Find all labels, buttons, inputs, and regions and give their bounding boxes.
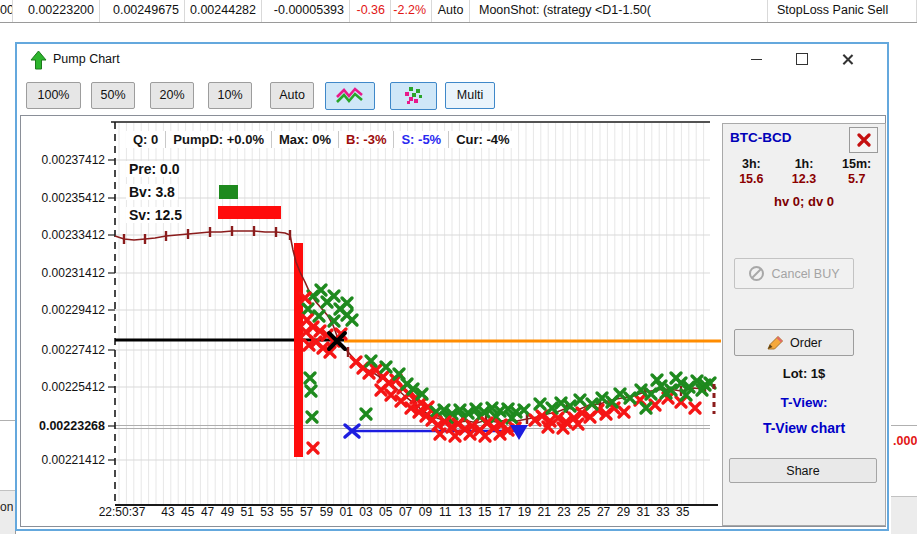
status-segment: S: -5% — [393, 131, 448, 148]
table-cell: Auto — [432, 0, 470, 22]
line-chart-toggle-button[interactable] — [325, 82, 375, 110]
table-cell: -2.2% — [391, 0, 432, 22]
table-cell: StopLoss Panic Sell — [768, 0, 917, 22]
timeframe-value: 12.3 — [778, 172, 831, 186]
hv-dv-label: hv 0; dv 0 — [723, 194, 885, 209]
status-segment: B: -3% — [338, 131, 393, 148]
lot-label: Lot: 1$ — [723, 366, 885, 381]
timeframe-stats: 3h:15.61h:12.315m:5.7 — [725, 157, 883, 186]
window-title: Pump Chart — [53, 52, 120, 66]
sell-volume-swatch — [218, 206, 281, 219]
background-partial-text: onS — [0, 497, 13, 517]
share-button[interactable]: Share — [729, 458, 877, 483]
zoom-button-100pct[interactable]: 100% — [26, 82, 81, 109]
table-cell: -0.00005393 — [262, 0, 350, 22]
scatter-chart-icon — [401, 86, 427, 106]
timeframe-col: 1h:12.3 — [778, 157, 831, 186]
close-icon — [842, 53, 854, 65]
status-segment: Q: 0 — [126, 131, 165, 148]
pencil-icon — [766, 335, 784, 351]
timeframe-col: 15m:5.7 — [830, 157, 883, 186]
scatter-chart-toggle-button[interactable] — [390, 82, 437, 110]
maximize-icon — [796, 53, 808, 65]
close-x-icon — [857, 133, 871, 147]
sv-label: Sv: 12.5 — [126, 207, 185, 223]
background-table-row: 000.002232000.002496750.00244282-0.00005… — [0, 0, 917, 23]
pre-label: Pre: 0.0 — [126, 161, 183, 177]
bv-label: Bv: 3.8 — [126, 184, 178, 200]
side-panel: BTC-BCD 3h:15.61h:12.315m:5.7 hv 0; dv 0… — [722, 123, 886, 526]
pump-app-icon — [30, 51, 47, 70]
background-strip-right — [891, 496, 917, 534]
multi-button[interactable]: Multi — [445, 82, 495, 109]
zoom-button-10pct[interactable]: 10% — [208, 82, 252, 109]
table-cell: MoonShot: (strategy <D1-1.50( — [470, 0, 768, 22]
order-label: Order — [790, 336, 822, 350]
minimize-icon — [751, 59, 762, 60]
zoom-button-auto[interactable]: Auto — [270, 82, 314, 109]
minimize-button[interactable] — [733, 44, 779, 74]
pump-chart-window: Pump Chart 100%50%20%10%Auto Multi BTC-B… — [15, 42, 889, 531]
order-button[interactable]: Order — [734, 329, 854, 356]
timeframe-value: 15.6 — [725, 172, 778, 186]
background-red-value: .000 — [893, 434, 917, 448]
chart-status-row: Q: 0PumpD: +0.0%Max: 0%B: -3%S: -5%Cur: … — [126, 131, 517, 148]
tview-chart-link[interactable]: T-View chart — [723, 420, 885, 436]
background-grid-line-right — [891, 425, 917, 426]
panel-close-button[interactable] — [849, 127, 878, 153]
table-cell: 00 — [0, 0, 13, 22]
line-chart-icon — [335, 87, 365, 105]
buy-volume-swatch — [219, 185, 238, 199]
timeframe-col: 3h:15.6 — [725, 157, 778, 186]
status-segment: PumpD: +0.0% — [165, 131, 271, 148]
timeframe-header: 3h: — [725, 157, 778, 171]
cancel-icon — [748, 265, 765, 282]
cancel-buy-label: Cancel BUY — [771, 267, 839, 281]
timeframe-header: 1h: — [778, 157, 831, 171]
table-cell: 0.00249675 — [100, 0, 185, 22]
table-cell: 0.00223200 — [13, 0, 100, 22]
table-cell: 0.00244282 — [185, 0, 262, 22]
timeframe-header: 15m: — [830, 157, 883, 171]
close-button[interactable] — [825, 44, 871, 74]
timeframe-value: 5.7 — [830, 172, 883, 186]
pair-label: BTC-BCD — [730, 130, 792, 145]
title-bar[interactable]: Pump Chart — [17, 44, 887, 76]
maximize-button[interactable] — [779, 44, 825, 74]
tview-label: T-View: — [723, 395, 885, 410]
zoom-button-50pct[interactable]: 50% — [91, 82, 135, 109]
table-cell: -0.36 — [350, 0, 391, 22]
status-segment: Cur: -4% — [448, 131, 516, 148]
zoom-button-20pct[interactable]: 20% — [150, 82, 194, 109]
background-grid-line-left — [0, 420, 15, 421]
cancel-buy-button[interactable]: Cancel BUY — [734, 258, 854, 289]
status-segment: Max: 0% — [271, 131, 338, 148]
